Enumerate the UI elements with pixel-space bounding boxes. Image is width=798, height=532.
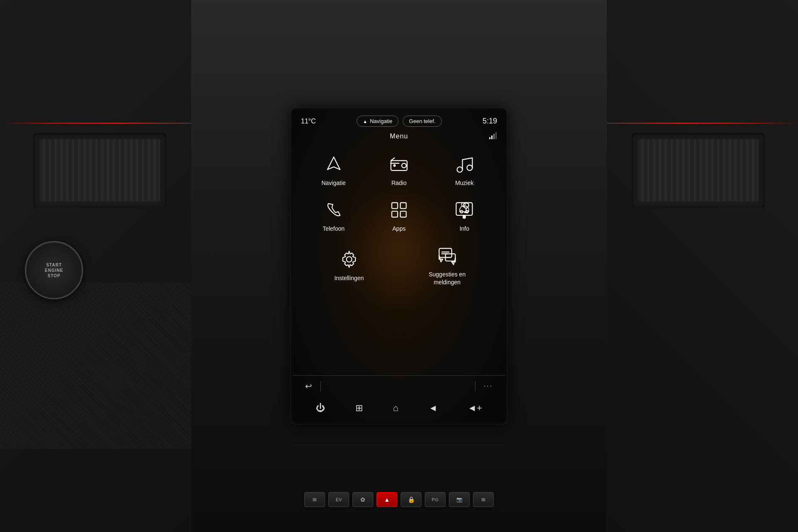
start-stop-area: START ENGINE STOP [25,241,91,308]
more-button[interactable]: ··· [480,380,497,392]
menu-item-navigatie[interactable]: Navigatie [309,149,359,191]
menu-item-info[interactable]: Info [439,195,489,236]
svg-point-24 [346,257,352,262]
svg-rect-11 [392,203,398,209]
red-accent-line-left [0,123,191,124]
menu-title-row: Menu [293,131,505,145]
right-dashboard-panel [607,0,798,532]
right-air-vent [632,133,765,208]
carbon-texture-left [0,283,191,449]
menu-item-radio[interactable]: Radio [374,149,424,191]
menu-item-telefoon[interactable]: Telefoon [309,195,359,236]
muziek-label: Muziek [455,179,473,187]
camera-icon: 📷 [456,497,463,502]
svg-rect-13 [392,211,398,217]
status-bar: 11°C ▲ Navigatie Geen telef. 5:19 [293,110,505,131]
telefoon-icon [323,199,345,221]
home-button[interactable]: ⌂ [389,401,402,416]
svg-rect-2 [493,134,495,139]
lock-button[interactable]: 🔒 [401,492,421,507]
screen-bezel: 11°C ▲ Navigatie Geen telef. 5:19 Menu [291,108,507,424]
radio-icon [388,153,410,175]
back-button[interactable]: ↩ [301,379,316,393]
menu-item-muziek[interactable]: Muziek [439,149,489,191]
physical-buttons-row: ≋ EV ✿ ▲ 🔒 P⊙ 📷 ≋ [304,492,494,507]
svg-point-10 [467,165,473,170]
hazard-icon: ▲ [384,496,390,503]
left-air-vent [33,133,166,208]
svg-rect-3 [495,132,497,139]
apps-icon [388,199,410,221]
signal-icon [489,131,497,142]
svg-rect-1 [491,135,493,139]
volume-down-button[interactable]: ◄ [424,401,442,416]
telefoon-label: Telefoon [323,225,345,232]
menu-item-suggesties[interactable]: Suggesties enmeldingen [420,241,474,290]
fan-icon: ✿ [360,496,365,503]
svg-rect-0 [489,137,490,139]
seat-heat-right-icon: ≋ [481,496,486,503]
radio-label: Radio [392,179,407,187]
camera-button[interactable]: 📷 [449,492,470,507]
divider-1 [320,381,321,391]
navigatie-label: Navigatie [321,179,345,187]
nav-arrow-icon: ▲ [363,119,367,124]
svg-rect-12 [400,203,406,209]
grid-button[interactable]: ⊞ [351,401,367,416]
start-engine-stop-button[interactable]: START ENGINE STOP [25,241,83,299]
hazard-button[interactable]: ▲ [377,492,397,507]
svg-point-9 [457,167,463,172]
seat-heat-right-button[interactable]: ≋ [473,492,494,507]
bottom-nav-bar: ↩ ··· [293,375,505,397]
menu-row-3: Instellingen [301,241,497,290]
suggesties-label: Suggesties enmeldingen [429,271,466,286]
apps-label: Apps [392,225,406,232]
start-stop-label: START ENGINE STOP [45,262,63,278]
info-icon [453,199,475,221]
nav-buttons-group: ▲ Navigatie Geen telef. [357,116,442,127]
menu-item-instellingen[interactable]: Instellingen [324,244,374,286]
menu-item-apps[interactable]: Apps [374,195,424,236]
volume-up-button[interactable]: ◄+ [463,401,486,416]
divider-2 [475,381,475,391]
clock-display: 5:19 [483,117,497,126]
instellingen-label: Instellingen [334,274,364,282]
info-label: Info [460,225,469,232]
ev-button[interactable]: EV [328,492,349,507]
suggesties-icon [436,245,458,266]
red-accent-line-right [607,123,798,124]
navigatie-icon [323,153,345,175]
touchscreen-container: 11°C ▲ Navigatie Geen telef. 5:19 Menu [291,108,507,424]
seat-heat-left-icon: ≋ [312,496,317,503]
svg-rect-15 [456,203,473,215]
menu-grid: Navigatie Radio [293,145,505,375]
seat-heat-left-button[interactable]: ≋ [304,492,325,507]
fan-button[interactable]: ✿ [352,492,373,507]
parking-button[interactable]: P⊙ [425,492,446,507]
phone-button[interactable]: Geen telef. [403,116,442,127]
muziek-icon [453,153,475,175]
parking-icon: P⊙ [432,497,438,502]
svg-rect-14 [400,211,406,217]
ev-icon: EV [336,497,342,502]
svg-point-8 [394,165,395,166]
menu-row-1: Navigatie Radio [301,149,497,191]
svg-point-5 [401,163,406,168]
menu-row-2: Telefoon Apps [301,195,497,236]
temperature-display: 11°C [301,118,316,125]
power-button[interactable]: ⏻ [312,401,329,416]
lock-icon: 🔒 [408,496,415,503]
left-dashboard-panel: START ENGINE STOP [0,0,191,532]
infotainment-screen[interactable]: 11°C ▲ Navigatie Geen telef. 5:19 Menu [293,110,505,422]
navigation-button[interactable]: ▲ Navigatie [357,116,399,127]
menu-title: Menu [301,133,497,140]
instellingen-icon [338,249,360,270]
controls-bar: ⏻ ⊞ ⌂ ◄ ◄+ [293,397,505,422]
